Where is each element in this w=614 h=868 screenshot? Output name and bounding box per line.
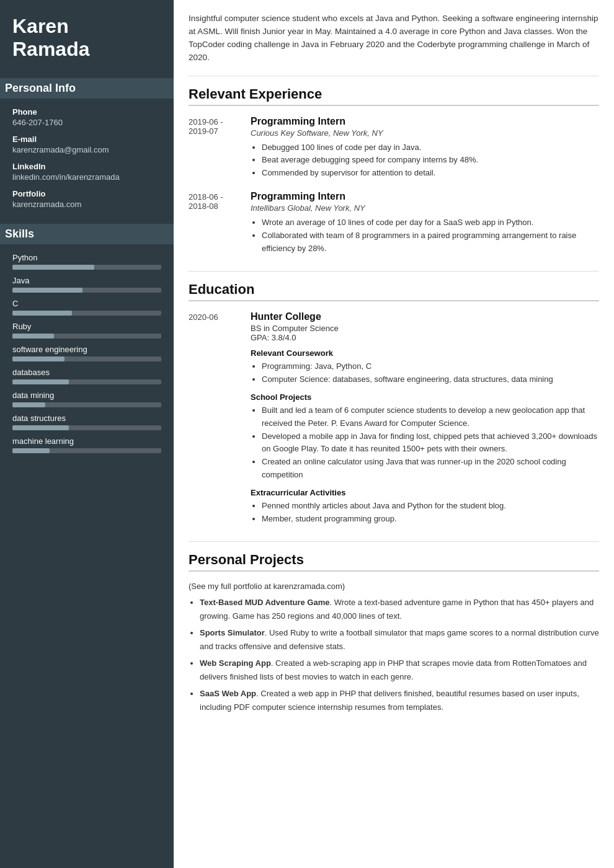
experience-list: 2019-06 -2019-07 Programming Intern Curi… — [189, 116, 599, 255]
skill-bar-bg — [12, 288, 161, 293]
edu-name: Hunter College — [251, 311, 599, 322]
skill-bar-fill — [12, 448, 50, 453]
skill-bar-bg — [12, 425, 161, 430]
skill-name: software engineering — [12, 345, 161, 354]
exp-date: 2018-06 -2018-08 — [189, 191, 251, 255]
edu-bullet: Developed a mobile app in Java for findi… — [262, 430, 599, 456]
portfolio-block: Portfolio karenzramada.com — [12, 189, 161, 209]
skill-item: software engineering — [12, 345, 161, 361]
edu-sub-title: Extracurricular Activities — [251, 488, 599, 497]
skill-name: Java — [12, 276, 161, 285]
phone-value: 646-207-1760 — [12, 118, 161, 127]
portfolio-label: Portfolio — [12, 189, 161, 198]
portfolio-value: karenzramada.com — [12, 200, 161, 209]
skill-bar-fill — [12, 311, 72, 316]
project-title: Web Scraping App — [200, 658, 271, 668]
candidate-name: Karen Ramada — [12, 15, 161, 61]
skill-bar-fill — [12, 334, 54, 339]
skill-name: data mining — [12, 391, 161, 400]
skill-bar-fill — [12, 425, 69, 430]
skill-item: Ruby — [12, 322, 161, 339]
skill-name: databases — [12, 368, 161, 377]
project-title: Sports Simulator — [200, 628, 265, 637]
exp-bullet: Debugged 100 lines of code per day in Ja… — [262, 141, 599, 154]
summary-text: Insightful computer science student who … — [189, 12, 599, 64]
exp-company: Curious Key Software, New York, NY — [251, 128, 599, 138]
projects-title: Personal Projects — [189, 552, 599, 572]
education-list: 2020-06 Hunter College BS in Computer Sc… — [189, 311, 599, 525]
experience-section: Relevant Experience 2019-06 -2019-07 Pro… — [189, 86, 599, 255]
skill-bar-fill — [12, 265, 94, 270]
skills-section: Skills Python Java C Ruby software engin… — [12, 224, 161, 453]
experience-title: Relevant Experience — [189, 86, 599, 106]
experience-row: 2018-06 -2018-08 Programming Intern Inte… — [189, 191, 599, 255]
exp-detail: Programming Intern Curious Key Software,… — [251, 116, 599, 180]
skill-bar-fill — [12, 356, 65, 361]
education-section: Education 2020-06 Hunter College BS in C… — [189, 281, 599, 525]
edu-gpa: GPA: 3.8/4.0 — [251, 333, 599, 342]
edu-bullet: Built and led a team of 6 computer scien… — [262, 404, 599, 430]
skill-name: Python — [12, 253, 161, 262]
skill-name: Ruby — [12, 322, 161, 331]
project-item: Web Scraping App. Created a web-scraping… — [200, 657, 599, 683]
linkedin-value: linkedin.com/in/karenzramada — [12, 172, 161, 182]
project-title: Text-Based MUD Adventure Game — [200, 598, 330, 607]
edu-sub-bullets: Penned monthly articles about Java and P… — [251, 500, 599, 526]
skills-title: Skills — [0, 224, 174, 244]
skill-bar-fill — [12, 288, 82, 293]
exp-bullets: Debugged 100 lines of code per day in Ja… — [251, 141, 599, 180]
education-title: Education — [189, 281, 599, 301]
phone-block: Phone 646-207-1760 — [12, 107, 161, 127]
skill-bar-bg — [12, 448, 161, 453]
project-desc: . Created a web app in PHP that delivers… — [200, 689, 579, 711]
exp-bullets: Wrote an average of 10 lines of code per… — [251, 216, 599, 255]
edu-bullet: Created an online calculator using Java … — [262, 456, 599, 482]
project-item: SaaS Web App. Created a web app in PHP t… — [200, 687, 599, 714]
edu-sub-bullets: Programming: Java, Python, CComputer Sci… — [251, 360, 599, 386]
education-row: 2020-06 Hunter College BS in Computer Sc… — [189, 311, 599, 525]
personal-info-title: Personal Info — [0, 78, 174, 99]
skill-bar-bg — [12, 334, 161, 339]
edu-bullet: Programming: Java, Python, C — [262, 360, 599, 373]
edu-degree: BS in Computer Science — [251, 324, 599, 333]
email-label: E-mail — [12, 135, 161, 144]
edu-date: 2020-06 — [189, 311, 251, 525]
skill-bar-bg — [12, 311, 161, 316]
experience-row: 2019-06 -2019-07 Programming Intern Curi… — [189, 116, 599, 180]
edu-bullet: Computer Science: databases, software en… — [262, 373, 599, 386]
main-content: Insightful computer science student who … — [174, 0, 614, 868]
linkedin-block: LinkedIn linkedin.com/in/karenzramada — [12, 162, 161, 182]
email-block: E-mail karenzramada@gmail.com — [12, 135, 161, 154]
phone-label: Phone — [12, 107, 161, 117]
project-title: SaaS Web App — [200, 689, 256, 698]
skill-item: C — [12, 299, 161, 316]
exp-bullet: Commended by supervisor for attention to… — [262, 167, 599, 180]
skill-item: data mining — [12, 391, 161, 407]
skill-item: Python — [12, 253, 161, 270]
skill-item: databases — [12, 368, 161, 384]
skill-item: machine learning — [12, 436, 161, 453]
edu-sub-title: Relevant Coursework — [251, 348, 599, 358]
skill-bar-fill — [12, 379, 69, 384]
projects-section: Personal Projects (See my full portfolio… — [189, 552, 599, 714]
exp-bullet: Collaborated with team of 8 programmers … — [262, 229, 599, 255]
exp-company: Intellibars Global, New York, NY — [251, 203, 599, 213]
projects-list: Text-Based MUD Adventure Game. Wrote a t… — [189, 596, 599, 714]
project-item: Text-Based MUD Adventure Game. Wrote a t… — [200, 596, 599, 622]
edu-bullet: Member, student programming group. — [262, 513, 599, 526]
skill-bar-bg — [12, 265, 161, 270]
skill-name: machine learning — [12, 436, 161, 446]
skill-item: data structures — [12, 414, 161, 430]
skill-name: C — [12, 299, 161, 308]
skill-bar-bg — [12, 379, 161, 384]
linkedin-label: LinkedIn — [12, 162, 161, 171]
skill-bar-bg — [12, 402, 161, 407]
skill-bar-bg — [12, 356, 161, 361]
skills-list: Python Java C Ruby software engineering … — [12, 253, 161, 453]
project-item: Sports Simulator. Used Ruby to write a f… — [200, 626, 599, 653]
exp-detail: Programming Intern Intellibars Global, N… — [251, 191, 599, 255]
exp-bullet: Beat average debugging speed for company… — [262, 154, 599, 167]
exp-title: Programming Intern — [251, 116, 599, 127]
skill-item: Java — [12, 276, 161, 293]
projects-intro: (See my full portfolio at karenzramada.c… — [189, 582, 599, 591]
